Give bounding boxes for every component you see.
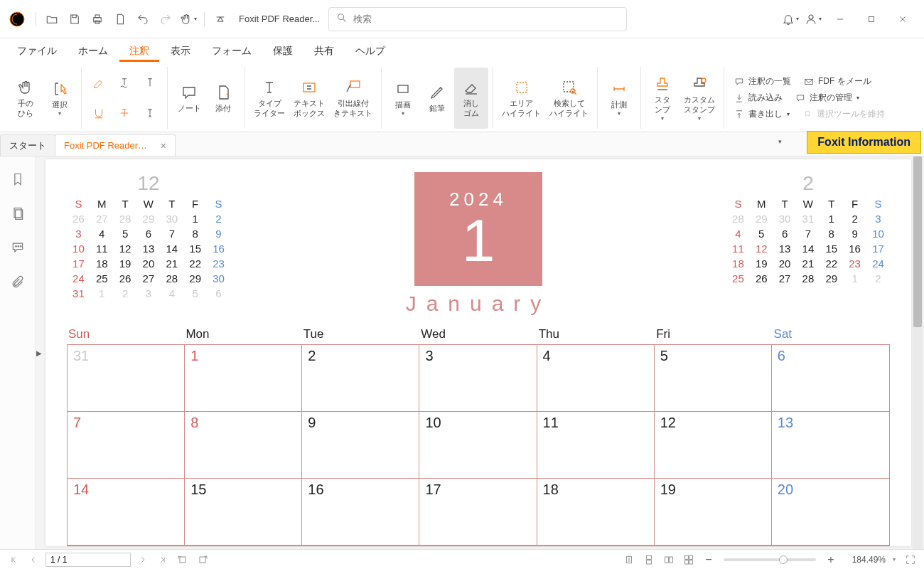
zoom-slider[interactable]: [724, 558, 816, 561]
underline-tool[interactable]: [89, 104, 109, 122]
pencil-tool[interactable]: 鉛筆: [420, 68, 454, 129]
svg-rect-26: [670, 557, 673, 563]
menu-フォーム[interactable]: フォーム: [202, 41, 262, 62]
minimize-button[interactable]: [824, 8, 856, 31]
comments-list-button[interactable]: 注釈の一覧: [734, 75, 791, 87]
textbox-tool[interactable]: テキスト ボックス: [289, 68, 329, 129]
canvas: ▶ 12 SMTWTFS2627282930123456789101112131…: [36, 156, 924, 549]
svg-rect-23: [647, 555, 652, 559]
menu-共有[interactable]: 共有: [304, 41, 344, 62]
ribbon: 手の ひら 選択▾ ノート 添付 タイプ ライター テキスト ボックス 引出線付…: [0, 64, 924, 132]
menu-ファイル[interactable]: ファイル: [7, 41, 67, 62]
svg-rect-27: [685, 555, 689, 559]
menu-注釈[interactable]: 注釈: [119, 41, 159, 62]
select-tool[interactable]: 選択▾: [43, 68, 77, 129]
keep-tool-button[interactable]: 選択ツールを維持: [802, 108, 885, 120]
eraser-tool[interactable]: 消し ゴム: [454, 68, 488, 129]
title-bar: ▾ Foxit PDF Reader... ▾ ▾: [0, 0, 924, 38]
strikeout-tool[interactable]: [114, 104, 134, 122]
custom-stamp-tool[interactable]: カスタム スタンプ▾: [679, 68, 719, 129]
zoom-in-icon[interactable]: +: [823, 552, 839, 568]
rotate-cw-icon[interactable]: [195, 552, 210, 568]
tab-overflow-icon[interactable]: ▾: [778, 138, 782, 145]
menu-表示[interactable]: 表示: [161, 41, 200, 62]
collapse-sidebar-icon[interactable]: ▶: [36, 156, 43, 549]
search-icon: [336, 12, 348, 26]
note-tool[interactable]: ノート: [172, 68, 206, 129]
view-facing-icon[interactable]: [661, 552, 677, 568]
menu-保護[interactable]: 保護: [263, 41, 303, 62]
svg-rect-14: [805, 79, 813, 84]
dropdown-icon[interactable]: [209, 8, 232, 31]
print-icon[interactable]: [86, 8, 109, 31]
last-page-icon[interactable]: [155, 552, 171, 568]
svg-rect-6: [869, 16, 874, 21]
hand-tool[interactable]: 手の ひら: [9, 68, 43, 129]
first-page-icon[interactable]: [6, 552, 21, 568]
save-icon[interactable]: [63, 8, 86, 31]
export-button[interactable]: 書き出し ▾: [734, 108, 790, 120]
svg-rect-21: [200, 557, 205, 563]
insert-text-tool[interactable]: [140, 104, 160, 122]
fullscreen-icon[interactable]: [903, 552, 918, 568]
svg-rect-8: [350, 81, 360, 87]
squiggly-tool[interactable]: [114, 73, 134, 92]
document-tab-bar: スタート Foxit PDF Readerで...× ▾ Foxit Infor…: [0, 132, 924, 156]
svg-point-17: [15, 246, 16, 248]
zoom-value[interactable]: 184.49%: [843, 555, 886, 565]
bell-icon[interactable]: ▾: [779, 8, 802, 31]
typewriter-tool[interactable]: タイプ ライター: [249, 68, 289, 129]
svg-rect-25: [665, 557, 669, 563]
rotate-ccw-icon[interactable]: [175, 552, 190, 568]
undo-icon[interactable]: [131, 8, 154, 31]
stamp-tool[interactable]: スタ ンプ▾: [645, 68, 679, 129]
callout-tool[interactable]: 引出線付 きテキスト: [329, 68, 377, 129]
pdf-page[interactable]: 12 SMTWTFS262728293012345678910111213141…: [45, 159, 911, 546]
svg-rect-9: [398, 85, 408, 92]
hand-icon[interactable]: ▾: [177, 8, 200, 31]
import-button[interactable]: 読み込み: [734, 92, 783, 104]
next-page-icon[interactable]: [135, 552, 151, 568]
close-button[interactable]: [887, 8, 918, 31]
vertical-scrollbar[interactable]: [913, 156, 923, 549]
close-tab-icon[interactable]: ×: [161, 140, 166, 151]
pages-icon[interactable]: [8, 203, 28, 223]
redo-icon[interactable]: [154, 8, 177, 31]
page-input[interactable]: [45, 553, 131, 567]
prev-page-icon[interactable]: [26, 552, 41, 568]
svg-rect-2: [95, 15, 100, 18]
replace-text-tool[interactable]: [140, 73, 160, 92]
mini-calendar-prev: 12 SMTWTFS262728293012345678910111213141…: [67, 172, 230, 301]
open-icon[interactable]: [41, 8, 63, 31]
fdf-mail-button[interactable]: FDF をメール: [804, 75, 871, 87]
menu-ヘルプ[interactable]: ヘルプ: [345, 41, 395, 62]
manage-comments-button[interactable]: 注釈の管理 ▾: [795, 92, 859, 104]
view-continuous-facing-icon[interactable]: [681, 552, 697, 568]
bookmark-icon[interactable]: [8, 169, 28, 189]
foxit-info-badge[interactable]: Foxit Information: [807, 131, 921, 154]
month-header: 2024 1 January: [406, 172, 552, 316]
app-logo-icon: [9, 11, 26, 28]
zoom-out-icon[interactable]: −: [701, 552, 716, 568]
maximize-button[interactable]: [856, 8, 887, 31]
highlight-tool[interactable]: [89, 73, 109, 92]
user-icon[interactable]: ▾: [802, 8, 824, 31]
view-single-icon[interactable]: [621, 552, 637, 568]
measure-tool[interactable]: 計測▾: [602, 68, 636, 129]
view-continuous-icon[interactable]: [641, 552, 657, 568]
page-icon[interactable]: [109, 8, 131, 31]
tab-document[interactable]: Foxit PDF Readerで...×: [55, 134, 176, 156]
attachments-icon[interactable]: [8, 272, 28, 292]
search-input[interactable]: [353, 14, 619, 24]
draw-tool[interactable]: 描画▾: [386, 68, 420, 129]
status-bar: − + 184.49% ▾: [0, 549, 924, 569]
search-highlight-tool[interactable]: 検索して ハイライト: [545, 68, 593, 129]
comments-icon[interactable]: [8, 238, 28, 257]
tab-start[interactable]: スタート: [0, 134, 55, 156]
area-highlight-tool[interactable]: エリア ハイライト: [498, 68, 545, 129]
workspace: ▶ 12 SMTWTFS2627282930123456789101112131…: [0, 156, 924, 549]
search-box[interactable]: [328, 7, 627, 31]
mini-calendar-next: 2 SMTWTFS2829303112345678910111213141516…: [726, 172, 890, 286]
menu-ホーム[interactable]: ホーム: [68, 41, 118, 62]
attach-tool[interactable]: 添付: [206, 68, 240, 129]
